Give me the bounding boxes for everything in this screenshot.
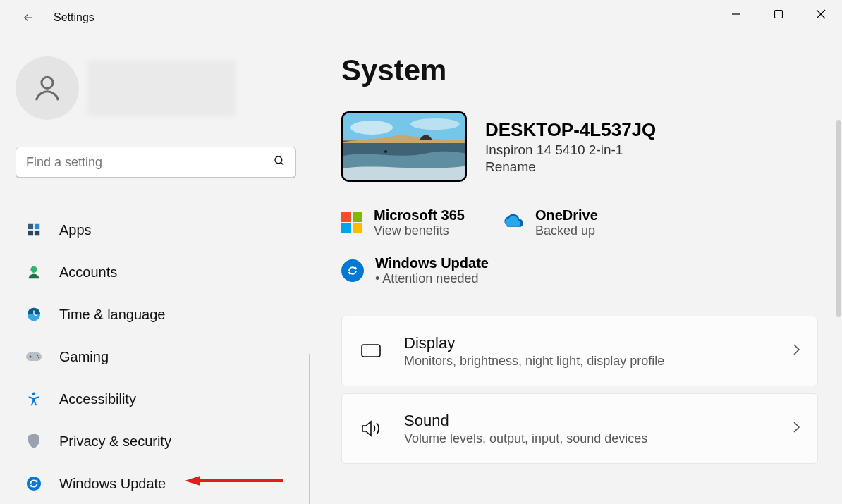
accounts-icon	[24, 262, 44, 282]
svg-line-6	[281, 162, 283, 165]
status-windows-update[interactable]: Windows Update • Attention needed	[341, 255, 821, 286]
svg-rect-15	[26, 352, 42, 361]
svg-point-19	[32, 392, 36, 395]
app-title: Settings	[54, 11, 94, 24]
main-content: System DESKTOP-4L537JQ Inspiron 14 5410	[310, 35, 842, 504]
minimize-button[interactable]	[715, 0, 757, 28]
settings-cards: Display Monitors, brightness, night ligh…	[341, 316, 821, 464]
card-sub: Monitors, brightness, night light, displ…	[404, 354, 792, 369]
svg-point-17	[37, 355, 38, 356]
nav-list: Apps Accounts Time & language Gaming Acc…	[16, 209, 295, 504]
card-sub: Volume levels, output, input, sound devi…	[404, 431, 792, 446]
nav-label: Accounts	[59, 264, 117, 281]
back-button[interactable]	[17, 6, 39, 29]
chevron-right-icon	[792, 343, 800, 359]
svg-point-23	[410, 118, 460, 130]
close-button[interactable]	[800, 0, 842, 28]
svg-rect-1	[775, 11, 783, 18]
annotation-arrow	[185, 474, 283, 488]
svg-rect-26	[362, 345, 380, 357]
svg-rect-9	[28, 231, 33, 235]
page-title: System	[341, 54, 821, 87]
device-model: Inspiron 14 5410 2-in-1	[485, 142, 656, 158]
card-title: Sound	[404, 412, 792, 430]
svg-rect-10	[35, 231, 39, 235]
rename-link[interactable]: Rename	[485, 159, 656, 175]
chevron-right-icon	[792, 421, 800, 436]
device-name: DESKTOP-4L537JQ	[485, 119, 656, 141]
status-sub: Backed up	[535, 223, 598, 238]
nav-label: Accessibility	[59, 391, 136, 407]
sidebar-item-gaming[interactable]: Gaming	[16, 336, 295, 378]
search-input[interactable]	[26, 155, 273, 170]
svg-point-18	[38, 357, 39, 358]
status-title: Windows Update	[375, 255, 489, 271]
svg-rect-8	[35, 224, 39, 229]
sidebar-item-privacy-security[interactable]: Privacy & security	[16, 420, 295, 462]
status-title: OneDrive	[535, 207, 598, 223]
update-icon	[341, 259, 364, 282]
svg-rect-7	[28, 224, 33, 229]
svg-point-11	[30, 266, 37, 273]
svg-marker-28	[185, 476, 200, 486]
svg-point-20	[27, 477, 41, 491]
status-sub: View benefits	[374, 223, 465, 238]
svg-point-25	[384, 150, 387, 153]
card-display[interactable]: Display Monitors, brightness, night ligh…	[341, 316, 818, 386]
svg-point-5	[275, 156, 282, 164]
profile-info	[87, 60, 236, 116]
card-sound[interactable]: Sound Volume levels, output, input, soun…	[341, 393, 818, 464]
avatar	[16, 56, 79, 120]
svg-point-16	[30, 356, 32, 358]
search-icon	[273, 154, 286, 170]
svg-point-22	[350, 121, 393, 135]
nav-label: Gaming	[59, 349, 109, 365]
display-icon	[359, 343, 383, 359]
nav-label: Apps	[59, 222, 92, 238]
status-grid: Microsoft 365 View benefits OneDrive Bac…	[341, 207, 821, 286]
window-controls	[715, 0, 842, 28]
card-title: Display	[404, 334, 792, 352]
nav-label: Windows Update	[59, 476, 166, 492]
status-title: Microsoft 365	[374, 207, 465, 223]
profile-block[interactable]	[16, 56, 295, 120]
accessibility-icon	[24, 389, 44, 409]
nav-label: Privacy & security	[59, 434, 171, 450]
device-row: DESKTOP-4L537JQ Inspiron 14 5410 2-in-1 …	[341, 111, 821, 182]
time-icon	[24, 305, 44, 324]
sidebar-item-time-language[interactable]: Time & language	[16, 293, 295, 336]
update-icon	[24, 474, 44, 493]
search-box[interactable]	[16, 147, 296, 178]
sidebar-item-accessibility[interactable]: Accessibility	[16, 378, 295, 420]
status-onedrive[interactable]: OneDrive Backed up	[500, 207, 598, 238]
nav-label: Time & language	[59, 307, 165, 323]
shield-icon	[24, 431, 44, 451]
apps-icon	[24, 220, 44, 240]
sound-icon	[359, 419, 383, 438]
sidebar: Apps Accounts Time & language Gaming Acc…	[0, 35, 310, 504]
sidebar-item-apps[interactable]: Apps	[16, 209, 295, 251]
desktop-preview[interactable]	[341, 111, 467, 182]
device-info: DESKTOP-4L537JQ Inspiron 14 5410 2-in-1 …	[485, 119, 656, 175]
maximize-button[interactable]	[757, 0, 800, 28]
status-m365[interactable]: Microsoft 365 View benefits	[341, 207, 465, 238]
scrollbar-main[interactable]	[836, 120, 841, 317]
sidebar-item-accounts[interactable]: Accounts	[16, 251, 295, 293]
gaming-icon	[24, 347, 44, 367]
onedrive-icon	[500, 213, 524, 233]
status-sub: • Attention needed	[375, 271, 489, 286]
microsoft-logo-icon	[341, 212, 362, 233]
svg-point-4	[42, 77, 53, 88]
